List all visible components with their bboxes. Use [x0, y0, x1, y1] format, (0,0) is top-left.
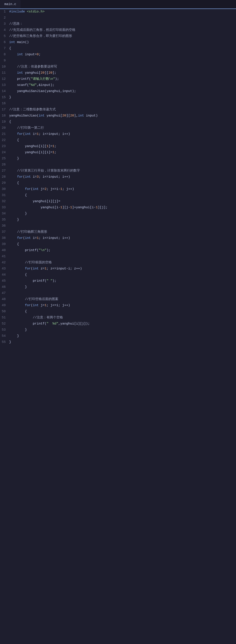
line-number: 25 [0, 156, 9, 161]
line: 52 printf(" %d",yanghui[i][j]); [0, 321, 236, 327]
line-number: 18 [0, 113, 9, 118]
line-content: for(int i=3; i<=input; i++) [9, 174, 236, 180]
line: 23 yanghui[i][1]=1; [0, 144, 236, 150]
line-content: printf("\n"); [9, 248, 236, 253]
line-content: //思路： [9, 21, 236, 26]
line-number: 49 [0, 303, 9, 308]
line-number: 2 [0, 15, 9, 20]
tab-bar: main.c [0, 0, 236, 9]
line: 4//先完成后面的三角形，然后打印前面的空格 [0, 27, 236, 34]
line-content: #include <stdio.h> [9, 9, 236, 14]
line: 5//把空格和三角形合并，即为要打印的图形 [0, 34, 236, 40]
line-number: 45 [0, 278, 9, 284]
line-number: 29 [0, 180, 9, 186]
line: 8 int input=0; [0, 52, 236, 58]
line-number: 22 [0, 138, 9, 143]
line-number: 31 [0, 192, 9, 198]
line-number: 34 [0, 211, 9, 216]
line: 17//注意：二维数组参数传递方式 [0, 107, 236, 113]
line-number: 16 [0, 101, 9, 106]
line: 3//思路： [0, 21, 236, 27]
line: 38 for(int i=1; i<=input; i++) [0, 235, 236, 242]
line-content: { [9, 242, 236, 247]
line-content: for(int i=1; i<=input; i++) [9, 235, 236, 240]
line: 43 for(int z=1; z<=input-i; z++) [0, 266, 236, 272]
line: 55} [0, 339, 236, 346]
line: 26 [0, 162, 236, 168]
line-content: for(int i=1; i<=input; i++) [9, 131, 236, 136]
line-content: for(int z=1; z<=input-i; z++) [9, 266, 236, 271]
line: 14 yangHuiSanJiao(yanghui,input); [0, 88, 236, 94]
line-content: for(int j=1; j<=i; j++) [9, 303, 236, 308]
line-number: 1 [0, 9, 9, 14]
line: 2 [0, 15, 236, 21]
line-number: 42 [0, 260, 9, 265]
line: 30 for(int j=2; j<=i-1; j++) [0, 186, 236, 192]
line-content: //注意：二维数组参数传递方式 [9, 107, 236, 112]
line-content: } [9, 94, 236, 100]
line: 46 } [0, 284, 236, 290]
line-number: 44 [0, 272, 9, 277]
line-number: 36 [0, 223, 9, 228]
line-content: //先完成后面的三角形，然后打印前面的空格 [9, 27, 236, 32]
line-content: yanghui[i][1]=1; [9, 144, 236, 149]
line-content: for(int j=2; j<=i-1; j++) [9, 186, 236, 192]
line-number: 13 [0, 82, 9, 88]
line: 45 printf(" "); [0, 278, 236, 284]
line: 51 //注意：有两个空格 [0, 315, 236, 321]
line-number: 9 [0, 58, 9, 63]
line-number: 53 [0, 327, 9, 332]
line-content: yangHuiSanJiao(yanghui,input); [9, 88, 236, 94]
line: 36 [0, 223, 236, 229]
line: 37 //打印杨辉三角图形 [0, 229, 236, 235]
line: 29 { [0, 180, 236, 186]
line-content: } [9, 333, 236, 338]
line-number: 47 [0, 290, 9, 296]
line: 19{ [0, 119, 236, 125]
line-number: 10 [0, 64, 9, 69]
line-number: 8 [0, 52, 9, 57]
line-content [9, 101, 236, 106]
line-number: 20 [0, 125, 9, 130]
line-content: //打印杨辉三角图形 [9, 229, 236, 234]
line: 24 yanghui[i][i]=1; [0, 150, 236, 156]
line-number: 52 [0, 321, 9, 326]
line-content: { [9, 119, 236, 124]
line-number: 19 [0, 119, 9, 124]
line-content: //注意：有两个空格 [9, 315, 236, 320]
line: 13 scanf("%d",&input); [0, 82, 236, 88]
line: 41 [0, 254, 236, 260]
line-content: int main() [9, 40, 236, 45]
line-number: 7 [0, 46, 9, 51]
line: 15} [0, 94, 236, 101]
line-content: //打印第一第二行 [9, 125, 236, 130]
tab-main-c[interactable]: main.c [0, 0, 20, 9]
line-number: 27 [0, 168, 9, 173]
line: 47 [0, 290, 236, 296]
line-content: yangHuiSanJiao(int yanghui[20][20],int i… [9, 113, 236, 118]
line-content: printf(" %d",yanghui[i][j]); [9, 321, 236, 326]
line-number: 6 [0, 40, 9, 45]
line-content: { [9, 272, 236, 277]
line-content: } [9, 327, 236, 332]
line-content [9, 58, 236, 63]
line-content: scanf("%d",&input); [9, 82, 236, 88]
line-content [9, 162, 236, 167]
line-number: 3 [0, 21, 9, 26]
line: 10 //注意：传递参数要这样写 [0, 64, 236, 70]
line: 6int main() [0, 40, 236, 46]
line: 44 { [0, 272, 236, 278]
line-content: //把空格和三角形合并，即为要打印的图形 [9, 34, 236, 39]
line-content: //打印空格后面的图案 [9, 296, 236, 302]
line: 33 yanghui[i-1][j-1]+yanghui[i-1][j]; [0, 205, 236, 211]
line-content: } [9, 156, 236, 161]
line-content: yanghui[i][j]= [9, 199, 236, 204]
line: 32 yanghui[i][j]= [0, 199, 236, 205]
line-number: 4 [0, 27, 9, 32]
line-number: 30 [0, 186, 9, 192]
line: 34 } [0, 211, 236, 217]
line-number: 5 [0, 34, 9, 39]
line: 11 int yanghui[20][20]; [0, 70, 236, 76]
line-content: } [9, 217, 236, 222]
line-number: 28 [0, 174, 9, 180]
